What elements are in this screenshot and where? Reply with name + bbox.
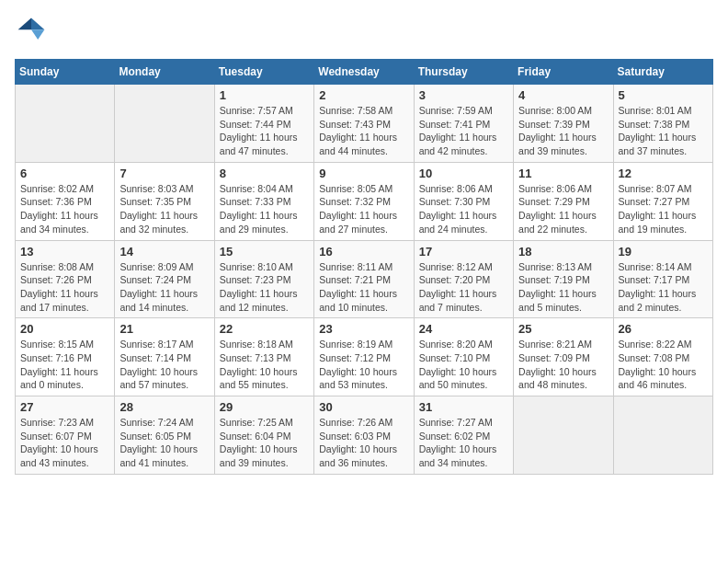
calendar-cell: 21Sunrise: 8:17 AM Sunset: 7:14 PM Dayli… bbox=[115, 318, 214, 396]
calendar-cell: 11Sunrise: 8:06 AM Sunset: 7:29 PM Dayli… bbox=[514, 162, 613, 240]
calendar-cell: 10Sunrise: 8:06 AM Sunset: 7:30 PM Dayli… bbox=[414, 162, 513, 240]
day-info: Sunrise: 8:10 AM Sunset: 7:23 PM Dayligh… bbox=[220, 260, 309, 315]
day-number: 16 bbox=[319, 245, 408, 259]
day-info: Sunrise: 8:22 AM Sunset: 7:08 PM Dayligh… bbox=[619, 338, 708, 392]
day-info: Sunrise: 7:57 AM Sunset: 7:44 PM Dayligh… bbox=[220, 104, 309, 158]
day-number: 10 bbox=[419, 167, 508, 180]
day-info: Sunrise: 8:18 AM Sunset: 7:13 PM Dayligh… bbox=[220, 338, 309, 392]
weekday-header: Saturday bbox=[613, 60, 712, 85]
calendar-cell: 17Sunrise: 8:12 AM Sunset: 7:20 PM Dayli… bbox=[414, 240, 513, 318]
day-number: 18 bbox=[518, 245, 608, 259]
day-number: 24 bbox=[419, 322, 508, 336]
day-number: 7 bbox=[119, 167, 209, 180]
day-info: Sunrise: 8:11 AM Sunset: 7:21 PM Dayligh… bbox=[319, 260, 408, 315]
day-info: Sunrise: 8:09 AM Sunset: 7:24 PM Dayligh… bbox=[119, 260, 209, 315]
day-number: 5 bbox=[619, 88, 708, 102]
calendar-cell bbox=[613, 396, 712, 475]
calendar-cell: 15Sunrise: 8:10 AM Sunset: 7:23 PM Dayli… bbox=[214, 240, 313, 318]
calendar-header: SundayMondayTuesdayWednesdayThursdayFrid… bbox=[16, 60, 713, 85]
day-info: Sunrise: 8:20 AM Sunset: 7:10 PM Dayligh… bbox=[419, 338, 508, 392]
day-number: 11 bbox=[518, 167, 608, 180]
day-info: Sunrise: 8:08 AM Sunset: 7:26 PM Dayligh… bbox=[20, 260, 109, 315]
day-info: Sunrise: 8:00 AM Sunset: 7:39 PM Dayligh… bbox=[518, 104, 608, 158]
day-info: Sunrise: 7:24 AM Sunset: 6:05 PM Dayligh… bbox=[119, 416, 209, 470]
calendar-cell bbox=[514, 396, 613, 475]
calendar-cell: 14Sunrise: 8:09 AM Sunset: 7:24 PM Dayli… bbox=[115, 240, 214, 318]
day-info: Sunrise: 8:01 AM Sunset: 7:38 PM Dayligh… bbox=[619, 104, 708, 158]
day-number: 9 bbox=[319, 167, 408, 180]
day-info: Sunrise: 8:21 AM Sunset: 7:09 PM Dayligh… bbox=[518, 338, 608, 392]
day-info: Sunrise: 8:19 AM Sunset: 7:12 PM Dayligh… bbox=[319, 338, 408, 392]
calendar-cell bbox=[16, 85, 115, 163]
day-info: Sunrise: 7:23 AM Sunset: 6:07 PM Dayligh… bbox=[20, 416, 109, 470]
day-info: Sunrise: 7:26 AM Sunset: 6:03 PM Dayligh… bbox=[319, 416, 408, 470]
calendar-cell: 22Sunrise: 8:18 AM Sunset: 7:13 PM Dayli… bbox=[214, 318, 313, 396]
calendar-cell: 12Sunrise: 8:07 AM Sunset: 7:27 PM Dayli… bbox=[613, 162, 712, 240]
calendar-cell: 20Sunrise: 8:15 AM Sunset: 7:16 PM Dayli… bbox=[16, 318, 115, 396]
calendar-cell: 4Sunrise: 8:00 AM Sunset: 7:39 PM Daylig… bbox=[514, 85, 613, 163]
calendar-cell bbox=[115, 85, 214, 163]
svg-marker-2 bbox=[18, 18, 31, 30]
calendar-cell: 9Sunrise: 8:05 AM Sunset: 7:32 PM Daylig… bbox=[314, 162, 414, 240]
day-info: Sunrise: 8:17 AM Sunset: 7:14 PM Dayligh… bbox=[119, 338, 209, 392]
day-info: Sunrise: 8:14 AM Sunset: 7:17 PM Dayligh… bbox=[619, 260, 708, 315]
day-number: 2 bbox=[319, 88, 408, 102]
weekday-header: Thursday bbox=[414, 60, 513, 85]
calendar-cell: 5Sunrise: 8:01 AM Sunset: 7:38 PM Daylig… bbox=[613, 85, 712, 163]
day-info: Sunrise: 8:03 AM Sunset: 7:35 PM Dayligh… bbox=[119, 182, 209, 236]
day-info: Sunrise: 8:13 AM Sunset: 7:19 PM Dayligh… bbox=[518, 260, 608, 315]
calendar-table: SundayMondayTuesdayWednesdayThursdayFrid… bbox=[15, 59, 713, 475]
day-number: 15 bbox=[220, 245, 309, 259]
day-info: Sunrise: 8:12 AM Sunset: 7:20 PM Dayligh… bbox=[419, 260, 508, 315]
day-info: Sunrise: 7:25 AM Sunset: 6:04 PM Dayligh… bbox=[220, 416, 309, 470]
calendar-cell: 3Sunrise: 7:59 AM Sunset: 7:41 PM Daylig… bbox=[414, 85, 513, 163]
calendar-cell: 6Sunrise: 8:02 AM Sunset: 7:36 PM Daylig… bbox=[16, 162, 115, 240]
day-number: 31 bbox=[419, 400, 508, 414]
calendar-cell: 28Sunrise: 7:24 AM Sunset: 6:05 PM Dayli… bbox=[115, 396, 214, 475]
logo bbox=[15, 15, 51, 48]
weekday-header: Monday bbox=[115, 60, 214, 85]
svg-marker-1 bbox=[31, 29, 44, 40]
day-info: Sunrise: 8:04 AM Sunset: 7:33 PM Dayligh… bbox=[220, 182, 309, 236]
day-number: 27 bbox=[20, 400, 109, 414]
day-number: 19 bbox=[619, 245, 708, 259]
calendar-cell: 30Sunrise: 7:26 AM Sunset: 6:03 PM Dayli… bbox=[314, 396, 414, 475]
day-number: 17 bbox=[419, 245, 508, 259]
calendar-cell: 8Sunrise: 8:04 AM Sunset: 7:33 PM Daylig… bbox=[214, 162, 313, 240]
day-number: 30 bbox=[319, 400, 408, 414]
day-info: Sunrise: 7:59 AM Sunset: 7:41 PM Dayligh… bbox=[419, 104, 508, 158]
calendar-cell: 27Sunrise: 7:23 AM Sunset: 6:07 PM Dayli… bbox=[16, 396, 115, 475]
day-number: 1 bbox=[220, 88, 309, 102]
page-header bbox=[15, 15, 713, 48]
day-info: Sunrise: 8:06 AM Sunset: 7:29 PM Dayligh… bbox=[518, 182, 608, 236]
calendar-cell: 26Sunrise: 8:22 AM Sunset: 7:08 PM Dayli… bbox=[613, 318, 712, 396]
day-info: Sunrise: 8:02 AM Sunset: 7:36 PM Dayligh… bbox=[20, 182, 109, 236]
day-number: 25 bbox=[518, 322, 608, 336]
calendar-cell: 13Sunrise: 8:08 AM Sunset: 7:26 PM Dayli… bbox=[16, 240, 115, 318]
day-number: 26 bbox=[619, 322, 708, 336]
day-number: 29 bbox=[220, 400, 309, 414]
calendar-cell: 18Sunrise: 8:13 AM Sunset: 7:19 PM Dayli… bbox=[514, 240, 613, 318]
day-info: Sunrise: 8:06 AM Sunset: 7:30 PM Dayligh… bbox=[419, 182, 508, 236]
day-number: 23 bbox=[319, 322, 408, 336]
weekday-header: Friday bbox=[514, 60, 613, 85]
day-number: 4 bbox=[518, 88, 608, 102]
day-info: Sunrise: 8:05 AM Sunset: 7:32 PM Dayligh… bbox=[319, 182, 408, 236]
calendar-cell: 7Sunrise: 8:03 AM Sunset: 7:35 PM Daylig… bbox=[115, 162, 214, 240]
weekday-header: Tuesday bbox=[214, 60, 313, 85]
day-info: Sunrise: 8:07 AM Sunset: 7:27 PM Dayligh… bbox=[619, 182, 708, 236]
calendar-cell: 2Sunrise: 7:58 AM Sunset: 7:43 PM Daylig… bbox=[314, 85, 414, 163]
weekday-header: Wednesday bbox=[314, 60, 414, 85]
day-number: 8 bbox=[220, 167, 309, 180]
day-info: Sunrise: 7:27 AM Sunset: 6:02 PM Dayligh… bbox=[419, 416, 508, 470]
calendar-cell: 31Sunrise: 7:27 AM Sunset: 6:02 PM Dayli… bbox=[414, 396, 513, 475]
day-number: 3 bbox=[419, 88, 508, 102]
calendar-cell: 19Sunrise: 8:14 AM Sunset: 7:17 PM Dayli… bbox=[613, 240, 712, 318]
day-number: 13 bbox=[20, 245, 109, 259]
weekday-header: Sunday bbox=[16, 60, 115, 85]
day-number: 22 bbox=[220, 322, 309, 336]
calendar-cell: 25Sunrise: 8:21 AM Sunset: 7:09 PM Dayli… bbox=[514, 318, 613, 396]
calendar-cell: 24Sunrise: 8:20 AM Sunset: 7:10 PM Dayli… bbox=[414, 318, 513, 396]
day-number: 28 bbox=[119, 400, 209, 414]
day-number: 14 bbox=[119, 245, 209, 259]
